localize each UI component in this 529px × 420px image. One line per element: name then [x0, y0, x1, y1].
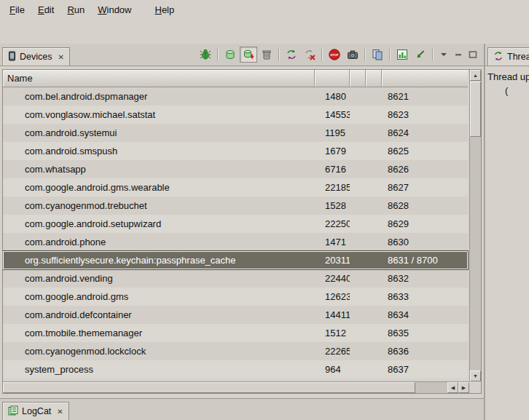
horizontal-scroll-thumb[interactable]	[3, 382, 415, 393]
close-icon[interactable]: ✕	[58, 53, 63, 61]
process-pid: 22250	[315, 218, 350, 229]
column-header-name[interactable]: Name	[3, 70, 315, 87]
process-pid: 1512	[315, 328, 350, 338]
table-row[interactable]: com.vonglasow.michael.satstat 14553 8623	[3, 106, 468, 124]
cause-gc-button[interactable]	[258, 47, 275, 63]
process-pid: 6716	[315, 164, 350, 175]
column-header-port[interactable]	[382, 70, 468, 87]
device-icon	[8, 51, 16, 63]
column-header-pid[interactable]	[315, 70, 350, 87]
process-pid: 22440	[315, 273, 350, 284]
devices-toolbar: STOP	[197, 47, 484, 66]
process-name: com.tmobile.thememanager	[3, 328, 315, 338]
update-heap-button[interactable]	[222, 47, 239, 63]
process-pid: 964	[315, 364, 350, 375]
table-row[interactable]: com.google.android.gms.wearable 22185 86…	[3, 178, 468, 197]
tab-logcat[interactable]: LogCat ✕	[2, 402, 69, 420]
tab-threads[interactable]: Threads	[487, 47, 529, 66]
toolbar-separator	[389, 49, 391, 61]
process-name: com.cyanogenmod.lockclock	[3, 346, 315, 357]
ui-automator-button[interactable]	[369, 47, 386, 63]
table-row[interactable]: com.android.vending 22440 8632	[3, 269, 468, 288]
vertical-scroll-thumb[interactable]	[470, 82, 481, 137]
table-row[interactable]: com.android.defcontainer 14411 8634	[3, 306, 468, 324]
process-port: 8623	[382, 109, 468, 120]
process-pid: 14553	[315, 109, 350, 120]
view-menu-button[interactable]	[436, 47, 450, 63]
scroll-up-button[interactable]: ▲	[470, 70, 481, 81]
process-pid: 12623	[315, 291, 350, 302]
table-row[interactable]: com.cyanogenmod.lockclock 22265 8636	[3, 342, 468, 360]
threads-message: Thread up (	[485, 66, 529, 101]
table-row[interactable]: com.android.systemui 1195 8624	[3, 124, 468, 142]
process-name: org.sufficientlysecure.keychain:passphra…	[3, 255, 315, 266]
process-pid: 1480	[315, 91, 350, 102]
logcat-view-header: LogCat ✕	[0, 398, 484, 420]
horizontal-scrollbar[interactable]: ◀ ▶	[3, 381, 469, 393]
process-name: com.google.android.gms	[3, 291, 315, 302]
process-pid: 22265	[315, 346, 350, 357]
sysinfo-button[interactable]	[393, 47, 411, 63]
table-row[interactable]: com.google.android.gms 12623 8633	[3, 288, 468, 306]
process-port: 8621	[382, 91, 468, 102]
threads-panel: Threads Thread up (	[485, 44, 529, 420]
process-name: com.whatsapp	[3, 164, 315, 175]
table-row[interactable]: com.google.android.setupwizard 22250 862…	[3, 215, 468, 233]
toolbar-separator	[432, 49, 434, 61]
scroll-right-button[interactable]: ▶	[458, 382, 469, 393]
toolbar-separator	[321, 49, 323, 61]
menu-help[interactable]: Help	[148, 2, 181, 17]
toolbar-separator	[278, 49, 280, 61]
tab-threads-label: Threads	[507, 52, 529, 62]
threads-icon	[493, 51, 503, 63]
table-row[interactable]: com.android.phone 1471 8630	[3, 233, 468, 251]
column-header-4[interactable]	[366, 70, 382, 87]
table-row[interactable]: com.bel.android.dspmanager 1480 8621	[3, 87, 468, 106]
devices-view-header: Devices ✕	[0, 44, 484, 66]
update-threads-button[interactable]	[283, 47, 300, 63]
menu-file[interactable]: File	[3, 2, 31, 17]
scrollbar-corner	[469, 381, 481, 393]
column-header-3[interactable]	[350, 70, 366, 87]
tab-devices[interactable]: Devices ✕	[2, 47, 70, 66]
close-icon[interactable]: ✕	[57, 408, 63, 416]
process-name: com.google.android.setupwizard	[3, 218, 315, 229]
process-name: com.android.systemui	[3, 127, 315, 138]
dump-hprof-button[interactable]	[240, 47, 257, 63]
scroll-left-button[interactable]: ◀	[447, 382, 458, 393]
process-port: 8637	[382, 364, 468, 375]
stop-method-profiling-button[interactable]	[301, 47, 318, 63]
menu-run[interactable]: Run	[60, 2, 91, 17]
table-row[interactable]: system_process 964 8637	[3, 360, 468, 379]
process-pid: 20311	[315, 255, 350, 266]
table-row[interactable]: org.sufficientlysecure.keychain:passphra…	[3, 251, 468, 269]
table-row[interactable]: com.android.smspush 1679 8625	[3, 142, 468, 160]
process-pid: 1195	[315, 127, 350, 138]
process-name: system_process	[3, 364, 315, 375]
process-name: com.android.smspush	[3, 146, 315, 156]
stop-label: STOP	[330, 53, 339, 57]
process-port: 8629	[382, 218, 468, 229]
vertical-scrollbar[interactable]: ▲ ▼	[469, 70, 481, 381]
table-row[interactable]: com.whatsapp 6716 8626	[3, 160, 468, 178]
menu-edit[interactable]: Edit	[31, 2, 60, 17]
table-row[interactable]: com.cyanogenmod.trebuchet 1528 8628	[3, 197, 468, 215]
maximize-view-button[interactable]	[466, 47, 479, 63]
toolbar-separator	[364, 49, 366, 61]
process-port: 8631 / 8700	[382, 255, 468, 266]
debug-process-button[interactable]	[197, 47, 214, 63]
scroll-down-button[interactable]: ▼	[470, 371, 481, 381]
screen-capture-button[interactable]	[344, 47, 361, 63]
stop-process-button[interactable]: STOP	[326, 47, 343, 63]
device-table-rows: com.bel.android.dspmanager 1480 8621 com…	[3, 87, 468, 379]
menu-window[interactable]: Window	[91, 2, 138, 17]
process-name: com.cyanogenmod.trebuchet	[3, 200, 315, 211]
minimize-view-button[interactable]	[451, 47, 465, 63]
logcat-icon	[8, 405, 18, 418]
table-row[interactable]: com.tmobile.thememanager 1512 8635	[3, 324, 468, 342]
process-name: com.vonglasow.michael.satstat	[3, 109, 315, 120]
process-port: 8632	[382, 273, 468, 284]
process-port: 8628	[382, 200, 468, 211]
tab-logcat-label: LogCat	[22, 406, 51, 416]
opengl-trace-button[interactable]	[412, 47, 429, 63]
